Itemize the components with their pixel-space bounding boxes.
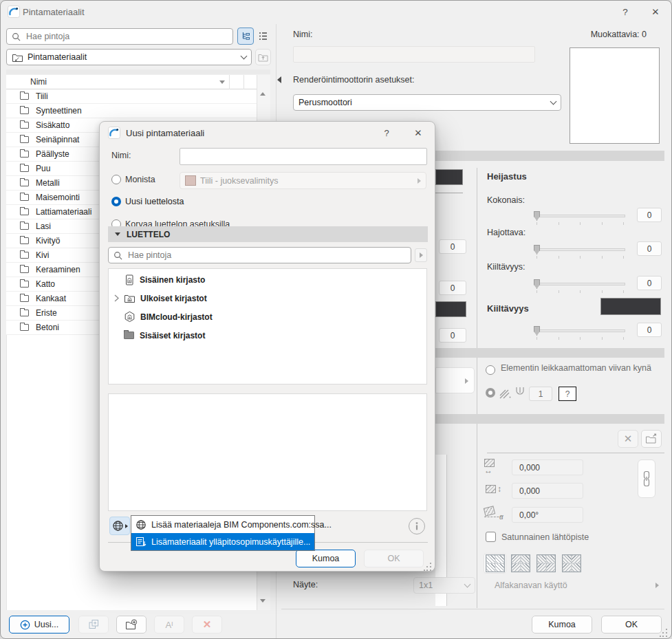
- total-value[interactable]: 0: [637, 208, 662, 222]
- duplicate-source-combo[interactable]: Tiili - juoksevalimitys: [180, 172, 426, 189]
- tree-item-internal-library[interactable]: Sisäinen kirjasto: [109, 270, 426, 289]
- clear-texture-button[interactable]: ✕: [618, 430, 638, 448]
- duplicate-button[interactable]: [78, 616, 109, 633]
- expand-chevron-icon[interactable]: [109, 294, 124, 302]
- column-divider: [477, 168, 477, 608]
- list-view-toggle[interactable]: [254, 28, 271, 45]
- slider-thumb[interactable]: [534, 211, 540, 221]
- dialog-name-input[interactable]: [180, 148, 427, 165]
- shine-slider[interactable]: [534, 324, 625, 340]
- texture-width-field[interactable]: 0,000: [512, 459, 583, 475]
- catalog-section-header[interactable]: LUETTELO: [108, 226, 428, 242]
- duplicate-source-value: Tiili - juoksevalimitys: [200, 176, 278, 186]
- tree-item-bimcloud-libraries[interactable]: BIMcloud-kirjastot: [109, 307, 426, 326]
- new-folder-button[interactable]: [116, 616, 147, 633]
- texture-angle-field[interactable]: 0,00°: [512, 507, 583, 523]
- shine-value[interactable]: 0: [637, 323, 662, 337]
- search-input[interactable]: [25, 31, 228, 42]
- list-item[interactable]: Tiili: [6, 89, 257, 104]
- mirror-pattern-none[interactable]: [484, 553, 506, 574]
- slider-thumb[interactable]: [534, 326, 540, 336]
- texture-height-icon: ↕: [486, 484, 501, 494]
- new-surface-button[interactable]: Uusi...: [9, 616, 69, 633]
- diffuse-value[interactable]: 0: [637, 241, 662, 256]
- dialog-help-button[interactable]: ?: [378, 126, 395, 140]
- mirror-pattern-vertical[interactable]: [509, 553, 532, 574]
- link-dimensions-button[interactable]: [638, 459, 655, 498]
- dialog-close-button[interactable]: ✕: [409, 126, 427, 140]
- sample-value: 1x1: [419, 581, 433, 590]
- help-button[interactable]: ?: [617, 5, 633, 19]
- search-icon: [113, 251, 122, 260]
- panel-separator: [6, 69, 270, 74]
- sort-arrow-icon[interactable]: [219, 80, 225, 84]
- mirror-pattern-horizontal[interactable]: [534, 553, 557, 574]
- folder-icon: [20, 165, 29, 172]
- slider-track[interactable]: [534, 283, 625, 285]
- engine-combo[interactable]: Perusmoottori: [293, 94, 561, 111]
- scroll-down-icon[interactable]: [260, 599, 265, 603]
- delete-button[interactable]: ✕: [192, 616, 222, 633]
- combo-fragment[interactable]: [435, 367, 475, 393]
- folder-up-button[interactable]: [255, 49, 271, 65]
- surface-name-input[interactable]: [293, 46, 535, 63]
- list-header-row[interactable]: Nimi: [6, 75, 257, 89]
- random-origin-label: Satunnainen lähtöpiste: [501, 532, 589, 542]
- slider-track[interactable]: [534, 329, 625, 332]
- tree-item-external-libraries[interactable]: Ulkoiset kirjastot: [109, 289, 426, 307]
- surface-search[interactable]: [6, 28, 233, 45]
- close-button[interactable]: ✕: [647, 5, 664, 19]
- folder-filter-combo[interactable]: Pintamateriaalit: [6, 49, 252, 65]
- uncut-pen-radio[interactable]: [486, 365, 495, 375]
- folder-up-icon: [258, 53, 268, 62]
- slider-track[interactable]: [534, 215, 625, 217]
- slider-thumb[interactable]: [534, 245, 540, 254]
- total-slider[interactable]: [534, 209, 625, 226]
- folder-icon: [20, 136, 29, 143]
- list-item[interactable]: Synteettinen: [6, 104, 257, 118]
- dialog-resize-grip[interactable]: [424, 563, 432, 571]
- sample-combo[interactable]: 1x1: [413, 577, 475, 594]
- tree-view-toggle[interactable]: [237, 28, 254, 45]
- search-options-button[interactable]: [415, 248, 427, 262]
- color-swatch-fragment[interactable]: [435, 169, 463, 185]
- slider-thumb[interactable]: [534, 279, 540, 289]
- web-materials-button[interactable]: [109, 517, 130, 535]
- diffuse-slider[interactable]: [534, 243, 625, 259]
- value-field[interactable]: 0: [439, 328, 466, 343]
- value-field[interactable]: 0: [439, 239, 466, 254]
- library-cloud-icon: [124, 311, 136, 323]
- globe-icon: [112, 520, 124, 532]
- texture-height-field[interactable]: 0,000: [512, 483, 583, 499]
- main-cancel-button[interactable]: Kumoa: [532, 616, 592, 633]
- new-from-catalog-radio[interactable]: [111, 197, 121, 206]
- gloss-value[interactable]: 0: [637, 276, 662, 290]
- alpha-channel-combo[interactable]: Alfakanavan käyttö: [489, 577, 664, 594]
- slider-track[interactable]: [534, 248, 625, 251]
- menu-item-extra-materials[interactable]: Lisämateriaalit ylläpitosopimuskäyttäjil…: [131, 533, 314, 550]
- pen-color-picker[interactable]: ?: [559, 387, 576, 401]
- catalog-search-input[interactable]: [127, 250, 406, 261]
- color-swatch-fragment[interactable]: [435, 301, 466, 317]
- pen-number-field[interactable]: 1: [529, 387, 552, 401]
- duplicate-radio[interactable]: [111, 175, 121, 184]
- catalog-search[interactable]: [108, 247, 411, 263]
- collapse-panel-icon[interactable]: [277, 76, 281, 83]
- value-field[interactable]: 0: [439, 281, 466, 295]
- info-button[interactable]: [409, 518, 425, 534]
- resize-grip[interactable]: [660, 629, 668, 637]
- main-ok-button[interactable]: OK: [601, 616, 662, 633]
- dialog-cancel-button[interactable]: Kumoa: [296, 550, 356, 567]
- rename-button[interactable]: Aᴵ: [154, 616, 184, 633]
- scroll-up-icon[interactable]: [260, 92, 265, 96]
- dialog-ok-button[interactable]: OK: [364, 550, 424, 567]
- gloss-slider[interactable]: [534, 277, 625, 294]
- tree-item-embedded-libraries[interactable]: Sisäiset kirjastot: [109, 326, 426, 345]
- mirror-pattern-both[interactable]: [560, 553, 583, 574]
- open-texture-button[interactable]: [641, 430, 662, 448]
- hatch-icon: [499, 389, 512, 399]
- shine-color-swatch[interactable]: [600, 298, 661, 315]
- menu-item-bim-components[interactable]: Lisää materiaaleja BIM Components.com:ss…: [131, 516, 314, 533]
- random-origin-checkbox[interactable]: [486, 532, 496, 542]
- fixed-pen-radio[interactable]: [486, 388, 495, 398]
